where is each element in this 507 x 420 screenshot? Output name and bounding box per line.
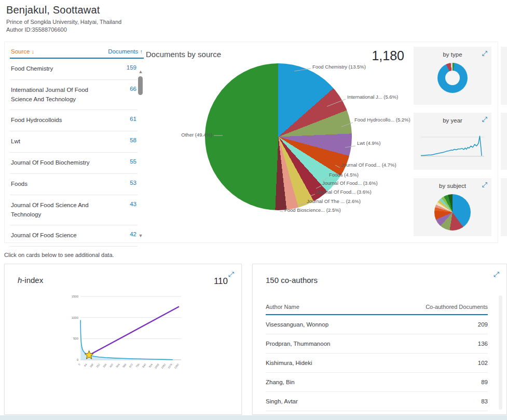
by-subject-title: by subject	[414, 178, 491, 189]
svg-text:1000: 1000	[72, 316, 79, 319]
source-count-link[interactable]: 58	[130, 137, 136, 146]
co-author-row: Prodpran, Thummanoon136	[266, 334, 488, 354]
author-id: Author ID:35588706600	[6, 26, 121, 33]
svg-text:1176: 1176	[167, 363, 173, 369]
source-row: Journal Of Food Science And Technology43	[10, 195, 138, 226]
author-name-column-label: Author Name	[266, 304, 299, 310]
co-authors-table-header: Author Name Co-authored Documents	[266, 301, 488, 315]
bottom-strip	[0, 415, 507, 420]
author-name: Benjakul, Soottawat	[6, 4, 121, 16]
source-count-link[interactable]: 66	[130, 86, 136, 104]
expand-icon[interactable]: ⤢	[482, 181, 487, 188]
co-author-name: Kishimura, Hideki	[266, 360, 312, 366]
source-count-link[interactable]: 42	[130, 231, 136, 240]
svg-text:840: 840	[142, 363, 147, 368]
pie-slice-label: Journal Of Food... (4.7%)	[341, 162, 396, 168]
co-author-count: 83	[481, 398, 488, 404]
svg-text:756: 756	[135, 363, 140, 368]
co-author-count: 102	[478, 360, 488, 366]
source-name: International Journal Of Food Science An…	[11, 86, 109, 104]
author-dashboard: Benjakul, Soottawat Prince of Songkla Un…	[0, 0, 507, 420]
source-count-link[interactable]: 61	[130, 116, 136, 125]
by-type-chart-wrap	[414, 63, 491, 93]
svg-text:0: 0	[77, 358, 79, 361]
svg-text:252: 252	[95, 363, 101, 368]
co-author-name: Singh, Avtar	[266, 398, 298, 404]
documents-column-label: Documents	[108, 48, 138, 55]
source-row: Journal Of Food Science42	[10, 225, 138, 247]
svg-text:1500: 1500	[72, 295, 79, 298]
by-subject-card[interactable]: by subject ⤢	[414, 178, 491, 236]
source-row: Food Hydrocolloids61	[10, 110, 138, 131]
svg-text:84: 84	[83, 363, 87, 367]
expand-icon[interactable]: ⤢	[482, 116, 487, 123]
by-subject-chart-wrap	[414, 194, 491, 231]
cutoff-card-sliver	[501, 47, 507, 105]
source-row: International Journal Of Food Science An…	[10, 80, 138, 111]
co-author-name: Visessanguan, Wonnop	[266, 321, 328, 328]
h-index-card[interactable]: h-index 110 ⤢ 05001000150008416825233642…	[4, 264, 242, 415]
author-header: Benjakul, Soottawat Prince of Songkla Un…	[6, 4, 121, 33]
co-author-count: 89	[481, 379, 488, 385]
expand-icon[interactable]: ⤢	[494, 270, 499, 278]
source-row: Food Chemistry159	[10, 59, 138, 80]
svg-text:1260: 1260	[173, 363, 180, 370]
sort-by-documents-button[interactable]: Documents ↑	[108, 48, 143, 55]
source-count-link[interactable]: 55	[130, 158, 136, 168]
by-type-title: by type	[414, 47, 491, 58]
source-row: Journal Of Food Biochemistry55	[10, 153, 138, 174]
pie-slice-label: Journal Of Food... (3.6%)	[316, 189, 372, 195]
source-column-label: Source	[11, 48, 30, 55]
source-count-link[interactable]: 159	[127, 64, 136, 74]
by-year-card[interactable]: by year ⤢	[414, 113, 491, 170]
cards-hint-text: Click on cards below to see additional d…	[4, 252, 114, 258]
expand-icon[interactable]: ⤢	[482, 50, 487, 57]
h-index-value: 110	[214, 276, 228, 287]
source-row: Lwt58	[10, 131, 138, 153]
co-author-row: Visessanguan, Wonnop209	[266, 315, 488, 334]
by-type-card[interactable]: by type ⤢	[414, 47, 491, 105]
by-year-title: by year	[414, 113, 491, 124]
h-index-title: h-index	[18, 276, 43, 284]
source-count-link[interactable]: 53	[130, 180, 136, 189]
source-list-header: Source ↓ Documents ↑	[10, 46, 144, 59]
svg-text:500: 500	[73, 337, 79, 340]
sort-by-source-button[interactable]: Source ↓	[11, 48, 34, 55]
co-authors-card[interactable]: 150 co-authors ⤢ Author Name Co-authored…	[252, 264, 507, 415]
co-authors-table: Author Name Co-authored Documents Visess…	[266, 301, 488, 411]
source-count-link[interactable]: 43	[130, 201, 136, 220]
documents-by-source-pie[interactable]	[205, 63, 352, 210]
pie-slice-label: International J... (5.6%)	[347, 94, 398, 100]
source-name: Food Hydrocolloids	[11, 116, 62, 125]
svg-text:420: 420	[108, 363, 114, 368]
svg-text:168: 168	[89, 363, 94, 368]
pie-slice-label: Food Chemistry (13.5%)	[312, 64, 366, 70]
scroll-down-icon[interactable]: ▼	[138, 233, 144, 238]
expand-icon[interactable]: ⤢	[228, 270, 234, 278]
cutoff-card-sliver	[501, 113, 507, 170]
svg-text:672: 672	[128, 363, 133, 368]
source-name: Lwt	[11, 137, 20, 146]
source-name: Journal Of Food Science And Technology	[11, 201, 109, 220]
sort-down-icon: ↓	[32, 48, 35, 55]
source-name: Journal Of Food Biochemistry	[11, 158, 89, 168]
svg-text:0: 0	[77, 363, 81, 366]
source-row: Foods53	[10, 174, 138, 195]
pie-slice-label: Food Bioscience... (2.5%)	[284, 207, 341, 213]
h-index-title-rest: -index	[22, 276, 43, 284]
svg-text:1008: 1008	[154, 363, 160, 370]
scrollbar-thumb[interactable]	[138, 76, 143, 95]
co-author-count: 209	[478, 321, 488, 328]
cutoff-card-sliver	[501, 178, 507, 236]
svg-text:588: 588	[122, 363, 127, 368]
source-list: Food Chemistry159 International Journal …	[10, 59, 138, 247]
svg-text:924: 924	[148, 363, 153, 368]
source-name: Journal Of Food Science	[11, 231, 77, 240]
by-year-chart-wrap	[414, 127, 491, 160]
co-author-count: 136	[478, 341, 488, 347]
svg-text:336: 336	[102, 363, 107, 368]
pie-chart-title: Documents by source	[146, 50, 221, 59]
co-authors-scrollbar[interactable]	[499, 295, 502, 410]
total-documents-value: 1,180	[337, 48, 404, 63]
scroll-up-icon[interactable]: ▲	[138, 69, 144, 74]
